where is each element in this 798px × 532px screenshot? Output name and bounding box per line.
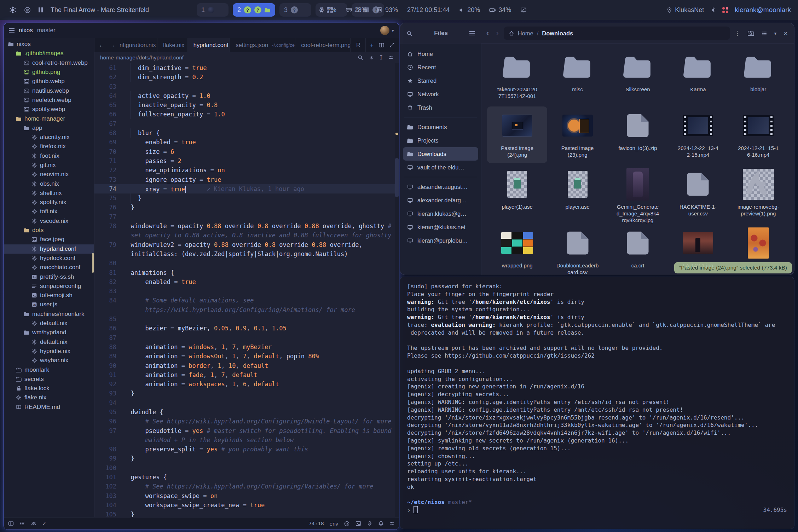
code-line[interactable]: 80: [94, 259, 399, 268]
code-line[interactable]: 104 workspace_swipe_create_new = true: [94, 501, 399, 510]
tree-item[interactable]: macchiato.conf: [4, 263, 94, 272]
back-icon[interactable]: ←: [99, 42, 105, 48]
code-line[interactable]: 68 blur {: [94, 128, 399, 138]
tree-item[interactable]: spotify.nix: [4, 198, 94, 207]
tree-item[interactable]: home-manager: [4, 114, 94, 123]
code-line[interactable]: 76 }: [94, 203, 399, 212]
workspace-pill-2[interactable]: 2??: [233, 3, 275, 17]
terminal-window[interactable]: [sudo] password for kierank:Place your f…: [400, 277, 794, 529]
file-tile[interactable]: DoubloonLeaderb oard.csv: [547, 224, 607, 275]
git-branch[interactable]: master: [37, 27, 56, 34]
tree-item[interactable]: spotify.webp: [4, 105, 94, 114]
editor-tab[interactable]: cool-retro-term.png: [295, 38, 351, 52]
tree-item[interactable]: hypridle.nix: [4, 347, 94, 356]
screenshot-tool[interactable]: [520, 7, 527, 13]
sidebar-item-starred[interactable]: Starred: [403, 74, 478, 87]
terminal-prompt[interactable]: ›34.695s: [407, 506, 787, 514]
tree-item[interactable]: hyprlock.conf: [4, 254, 94, 263]
code-line[interactable]: 72 new_optimizations = on: [94, 166, 399, 175]
code-line[interactable]: 93 }: [94, 389, 399, 398]
media-module[interactable]: The Final Arrow - Marc Streitenfeld: [9, 0, 149, 20]
menu-icon[interactable]: [9, 27, 15, 34]
env-label[interactable]: env: [330, 521, 338, 527]
code-line[interactable]: initialClass: (dev.zed.Zed|spotify|Slack…: [94, 249, 399, 259]
workspace-pill-1[interactable]: 1: [197, 3, 229, 17]
code-line[interactable]: 77: [94, 212, 399, 221]
file-tile[interactable]: 2024-12-22_13-4 2-15.mp4: [668, 106, 728, 163]
code-editor[interactable]: 61 dim_inactive = true62 dim_strength = …: [94, 63, 399, 517]
file-tile[interactable]: wrapped.png: [487, 224, 547, 275]
file-tile[interactable]: favicon_io(3).zip: [608, 106, 668, 163]
account-menu[interactable]: ▾: [380, 26, 394, 35]
path-root[interactable]: Home: [518, 30, 533, 37]
network-module[interactable]: KlukasNet: [666, 6, 704, 14]
scrollbar-thumb[interactable]: [395, 158, 399, 197]
code-line[interactable]: 100: [94, 463, 399, 473]
code-line[interactable]: 73 ignore_opacity = true: [94, 175, 399, 184]
sidebar-item-downloads[interactable]: Downloads: [403, 147, 478, 161]
code-line[interactable]: 67: [94, 119, 399, 128]
sidebar-item-alexander-defarg-[interactable]: alexander.defarg…: [403, 193, 478, 207]
tree-item[interactable]: waybar.nix: [4, 356, 94, 365]
file-tile[interactable]: Pasted image (23).png: [547, 106, 607, 163]
forward-icon[interactable]: →: [110, 42, 116, 48]
code-line[interactable]: 66 fullscreen_opacity = 1.0: [94, 110, 399, 119]
code-line[interactable]: 102 # See https://wiki.hyprland.org/Conf…: [94, 482, 399, 491]
tree-item[interactable]: app: [4, 123, 94, 133]
code-line[interactable]: mainMod + P in the keybinds section belo…: [94, 435, 399, 445]
tree-item[interactable]: face.jpeg: [4, 235, 94, 244]
tree-item[interactable]: flake.nix: [4, 393, 94, 402]
code-line[interactable]: 75 }: [94, 193, 399, 203]
editor-tab[interactable]: nfiguration.nix: [120, 38, 157, 52]
file-tile[interactable]: HACKATIME-1- user.csv: [668, 165, 728, 222]
tree-item[interactable]: alacritty.nix: [4, 133, 94, 142]
code-line[interactable]: 98 preserve_split = yes # you probably w…: [94, 445, 399, 454]
code-line[interactable]: 92 animation = workspaces, 1, 6, default: [94, 380, 399, 389]
code-line[interactable]: https://wiki.hyprland.org/Configuring/An…: [94, 305, 399, 314]
tree-item[interactable]: obs.nix: [4, 179, 94, 188]
tree-item[interactable]: default.nix: [4, 319, 94, 328]
back-icon[interactable]: ‹: [486, 29, 489, 38]
editor-tab[interactable]: flake.nix: [157, 38, 188, 52]
code-line[interactable]: 99 }: [94, 454, 399, 463]
tree-item[interactable]: wm/hyprland: [4, 328, 94, 337]
tree-item[interactable]: nautilus.webp: [4, 86, 94, 95]
code-line[interactable]: 65 inactive_opacity = 0.8: [94, 100, 399, 110]
code-line[interactable]: 94: [94, 398, 399, 407]
tree-item[interactable]: github.png: [4, 68, 94, 77]
tree-item[interactable]: secrets: [4, 375, 94, 384]
tree-item[interactable]: github.webp: [4, 77, 94, 86]
code-line[interactable]: 88 animation = windows, 1, 7, myBezier: [94, 342, 399, 352]
sidebar-item-vault-of-the-eldu-[interactable]: vault of the eldu…: [403, 161, 478, 174]
sidebar-item-recent[interactable]: Recent: [403, 60, 478, 74]
tree-item[interactable]: prettify-ss.sh: [4, 272, 94, 281]
file-tile[interactable]: ca.crt: [608, 224, 668, 275]
tree-item[interactable]: README.md: [4, 403, 94, 412]
code-line[interactable]: 74 xray = trueKieran Klukas, 1 hour ago: [94, 184, 399, 193]
code-line[interactable]: 71 passes = 2: [94, 156, 399, 166]
code-line[interactable]: 90 animation = border, 1, 10, default: [94, 361, 399, 370]
tree-item[interactable]: moonlark: [4, 365, 94, 374]
tree-item[interactable]: flake.lock: [4, 384, 94, 393]
workspace-pill-3[interactable]: 3?: [279, 3, 311, 17]
sidebar-item-kieran-klukas-g-[interactable]: kieran.klukas@g…: [403, 207, 478, 220]
tree-item[interactable]: vscode.nix: [4, 216, 94, 226]
file-tile[interactable]: takeout-2024120 7T155714Z-001: [487, 48, 547, 104]
code-line[interactable]: 70 size = 6: [94, 147, 399, 156]
kebab-menu-icon[interactable]: ⋮: [734, 29, 741, 37]
code-line[interactable]: 89 animation = windowsOut, 1, 7, default…: [94, 352, 399, 361]
code-line[interactable]: 86 bezier = myBezier, 0.05, 0.9, 0.1, 1.…: [94, 324, 399, 333]
file-tile[interactable]: player.ase: [547, 165, 607, 222]
zed-titlebar[interactable]: nixos master ▾: [4, 23, 399, 38]
tree-item[interactable]: cool-retro-term.webp: [4, 58, 94, 68]
sidebar-item-network[interactable]: Network: [403, 87, 478, 101]
sidebar-item-projects[interactable]: Projects: [403, 134, 478, 147]
sidebar-item-alesander-august-[interactable]: alesander.august…: [403, 180, 478, 193]
path-current[interactable]: Downloads: [542, 30, 573, 37]
sidebar-item-trash[interactable]: Trash: [403, 101, 478, 114]
code-line[interactable]: 64 active_opacity = 1.0: [94, 91, 399, 100]
pause-icon[interactable]: [39, 7, 43, 12]
diagnostics-check[interactable]: ✓: [42, 520, 47, 527]
forward-icon[interactable]: ›: [496, 29, 498, 38]
project-name[interactable]: nixos: [19, 27, 33, 34]
